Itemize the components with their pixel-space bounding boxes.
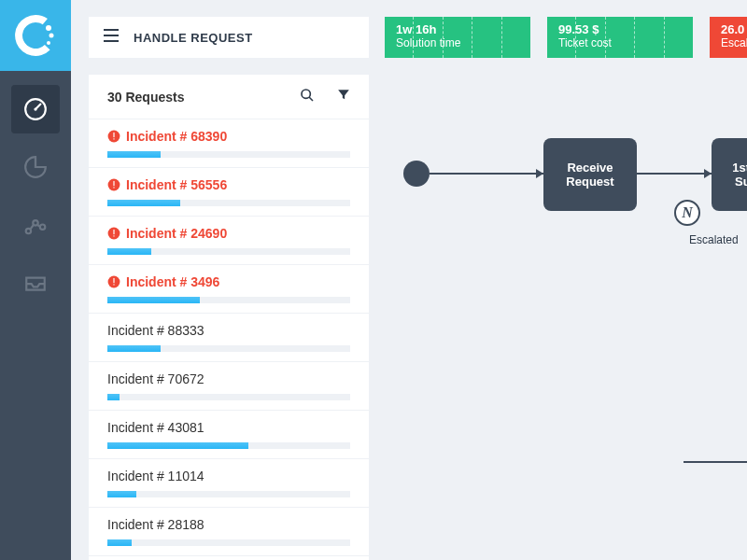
list-item-label: Incident # 11014	[107, 469, 204, 483]
list-item[interactable]: Incident # 70672	[89, 362, 369, 411]
progress-bar	[107, 248, 350, 255]
list-item-title: Incident # 11014	[107, 469, 350, 483]
alert-icon	[107, 130, 120, 143]
list-actions	[300, 88, 350, 106]
list-item[interactable]: Incident # 68390	[89, 119, 369, 168]
progress-bar	[107, 345, 350, 352]
flow-node-support[interactable]: 1st Level Support	[712, 138, 747, 211]
kpi-strip: 1w 16hSolution time99.53 $Ticket cost26.…	[385, 17, 747, 58]
svg-point-8	[302, 90, 310, 98]
arrow-icon	[704, 169, 712, 178]
svg-point-0	[46, 25, 51, 31]
svg-point-6	[33, 220, 37, 225]
menu-icon[interactable]	[104, 29, 119, 46]
progress-bar	[107, 442, 350, 449]
kpi-label: Solution time	[396, 36, 519, 49]
list-item[interactable]: Incident # 13542	[89, 556, 369, 560]
request-list: 30 Requests Incident # 68390Incident # 5…	[89, 75, 369, 560]
progress-bar	[107, 297, 350, 303]
kpi-value: 99.53 $	[558, 22, 682, 36]
svg-point-5	[26, 229, 31, 233]
progress-fill	[107, 394, 120, 400]
list-item-label: Incident # 70672	[107, 371, 204, 386]
alert-icon	[107, 275, 120, 288]
progress-fill	[107, 297, 200, 303]
list-item-title: Incident # 68390	[107, 129, 350, 144]
page-title: HANDLE REQUEST	[134, 31, 253, 45]
decision-indicator: N	[674, 200, 700, 226]
list-item-label: Incident # 88333	[107, 323, 204, 338]
svg-rect-20	[113, 284, 114, 285]
list-item-label: Incident # 56556	[126, 177, 227, 192]
svg-point-1	[49, 34, 54, 38]
list-item[interactable]: Incident # 56556	[89, 168, 369, 217]
header-panel: HANDLE REQUEST	[89, 17, 369, 58]
progress-fill	[107, 345, 161, 352]
progress-fill	[107, 248, 151, 255]
list-item[interactable]: Incident # 11014	[89, 459, 369, 508]
progress-fill	[107, 151, 161, 158]
nav-analytics[interactable]	[11, 143, 60, 191]
svg-rect-19	[113, 278, 114, 283]
list-item-title: Incident # 43081	[107, 420, 350, 435]
kpi-card[interactable]: 1w 16hSolution time	[385, 17, 530, 58]
svg-point-7	[40, 224, 45, 229]
kpi-label: Ticket cost	[558, 36, 682, 49]
logo	[0, 0, 71, 71]
progress-bar	[107, 491, 350, 497]
search-icon[interactable]	[300, 88, 315, 106]
kpi-value: 1w 16h	[396, 22, 519, 36]
progress-bar	[107, 151, 350, 158]
list-item-title: Incident # 28188	[107, 517, 350, 532]
list-item-title: Incident # 88333	[107, 323, 350, 338]
nav-process[interactable]	[11, 201, 60, 249]
sidebar	[0, 0, 71, 560]
inbox-icon	[23, 271, 48, 295]
list-count: 30 Requests	[107, 90, 184, 105]
kpi-card[interactable]: 99.53 $Ticket cost	[547, 17, 693, 58]
list-item[interactable]: Incident # 3496	[89, 265, 369, 314]
list-item[interactable]: Incident # 24690	[89, 217, 369, 265]
list-item[interactable]: Incident # 43081	[89, 411, 369, 459]
list-item-label: Incident # 3496	[126, 274, 219, 289]
flow-canvas: Receive Request1st Level SupportNEscalat…	[385, 121, 747, 495]
progress-bar	[107, 394, 350, 400]
flow-edge	[637, 173, 712, 175]
flow-edge	[430, 173, 543, 175]
list-item-label: Incident # 28188	[107, 517, 204, 532]
svg-rect-14	[113, 187, 114, 188]
nav	[0, 71, 71, 312]
progress-fill	[107, 200, 180, 206]
list-item-label: Incident # 68390	[126, 129, 227, 144]
filter-icon[interactable]	[337, 88, 350, 106]
alert-icon	[107, 178, 120, 191]
nav-inbox[interactable]	[11, 259, 60, 307]
flow-node-receive[interactable]: Receive Request	[543, 138, 637, 211]
arrow-icon	[536, 169, 543, 178]
progress-fill	[107, 491, 136, 497]
list-item[interactable]: Incident # 88333	[89, 314, 369, 362]
progress-bar	[107, 539, 350, 546]
list-item-label: Incident # 43081	[107, 420, 204, 435]
flow-edge	[684, 461, 747, 463]
nav-dashboard[interactable]	[11, 85, 60, 133]
svg-rect-16	[113, 230, 114, 234]
gauge-icon	[23, 97, 48, 121]
list-item-title: Incident # 56556	[107, 177, 350, 192]
progress-bar	[107, 200, 350, 206]
progress-fill	[107, 442, 248, 449]
progress-fill	[107, 539, 132, 546]
svg-rect-11	[113, 138, 114, 139]
svg-point-4	[34, 107, 36, 110]
list-item-title: Incident # 70672	[107, 371, 350, 386]
list-item[interactable]: Incident # 28188	[89, 508, 369, 556]
svg-point-2	[47, 41, 50, 45]
list-item-title: Incident # 24690	[107, 226, 350, 241]
list-item-label: Incident # 24690	[126, 226, 227, 241]
alert-icon	[107, 227, 120, 240]
flow-start	[403, 161, 430, 187]
svg-rect-17	[113, 235, 114, 236]
list-header: 30 Requests	[89, 75, 369, 119]
kpi-card[interactable]: 26.0 %Escalate	[710, 17, 747, 58]
svg-rect-10	[113, 133, 114, 137]
